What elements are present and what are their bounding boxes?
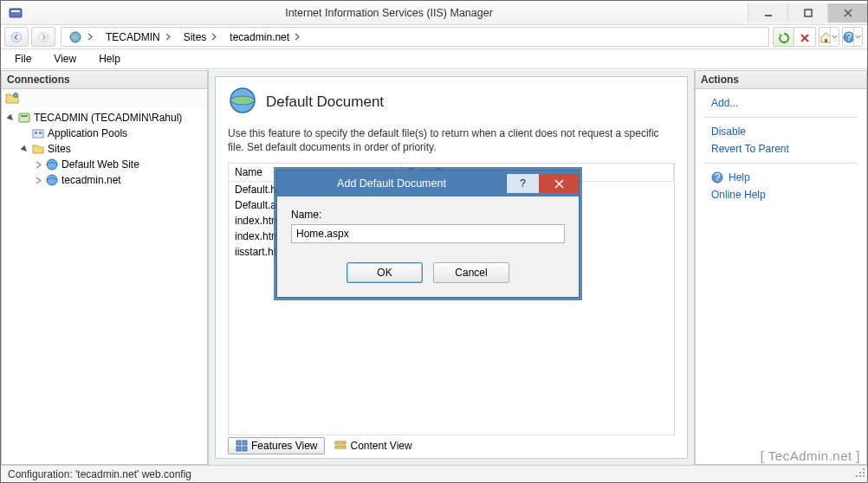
app-window: Internet Information Services (IIS) Mana…: [0, 0, 868, 483]
svg-point-20: [47, 159, 57, 170]
name-input[interactable]: [291, 224, 565, 243]
globe-icon: [45, 173, 59, 187]
maximize-button[interactable]: [787, 3, 827, 23]
actions-header: Actions: [695, 70, 867, 89]
chevron-right-icon: [211, 33, 217, 41]
svg-rect-0: [10, 9, 22, 17]
expander-open-icon[interactable]: [19, 145, 29, 153]
breadcrumb-site[interactable]: tecadmin.net: [223, 28, 306, 46]
window-title: Internet Information Services (IIS) Mana…: [30, 7, 748, 19]
home-button[interactable]: [819, 27, 839, 47]
svg-rect-15: [19, 113, 29, 122]
toolbar-right: ?: [773, 27, 867, 47]
chevron-right-icon: [165, 33, 172, 41]
expander-open-icon[interactable]: [5, 114, 16, 122]
connections-toolbar: [1, 89, 208, 108]
help-button[interactable]: ?: [842, 27, 863, 47]
svg-rect-19: [39, 132, 42, 134]
svg-point-14: [14, 93, 18, 97]
svg-rect-16: [21, 115, 28, 117]
svg-rect-28: [335, 441, 346, 444]
svg-rect-27: [243, 447, 247, 451]
action-disable[interactable]: Disable: [704, 123, 858, 140]
dialog-titlebar[interactable]: Add Default Document ?: [277, 171, 579, 196]
tab-content-label: Content View: [350, 440, 411, 452]
tree-app-pools-label: Application Pools: [48, 127, 127, 139]
app-icon: [1, 6, 30, 20]
tree-default-site[interactable]: Default Web Site: [2, 157, 207, 172]
statusbar: Configuration: 'tecadmin.net' web.config: [1, 465, 867, 482]
resize-grip-icon[interactable]: [855, 467, 865, 480]
action-add[interactable]: Add...: [704, 94, 858, 112]
tab-features-view[interactable]: Features View: [228, 437, 325, 454]
tree-sites-label: Sites: [48, 143, 71, 155]
tree-server[interactable]: TECADMIN (TECADMIN\Rahul): [2, 110, 207, 126]
action-online-help[interactable]: Online Help: [704, 186, 858, 203]
tree-tecadmin-site[interactable]: tecadmin.net: [2, 172, 207, 188]
server-icon: [17, 111, 31, 125]
menu-file[interactable]: File: [8, 51, 38, 67]
connections-tree[interactable]: TECADMIN (TECADMIN\Rahul) Application Po…: [1, 108, 208, 465]
svg-rect-26: [236, 447, 241, 451]
stop-button[interactable]: [794, 28, 815, 47]
breadcrumb-server[interactable]: TECADMIN: [99, 28, 177, 46]
svg-rect-1: [11, 10, 20, 12]
ok-button[interactable]: OK: [347, 262, 423, 283]
menu-help[interactable]: Help: [92, 51, 127, 67]
svg-point-38: [859, 472, 861, 473]
svg-rect-17: [33, 130, 43, 138]
svg-point-34: [863, 475, 865, 477]
feature-description: Use this feature to specify the default …: [228, 126, 675, 154]
add-default-document-dialog: Add Default Document ? Name: OK Cancel: [276, 170, 580, 298]
name-label: Name:: [291, 209, 565, 221]
chevron-down-icon[interactable]: [830, 28, 839, 46]
dialog-close-button[interactable]: [539, 174, 579, 193]
svg-point-6: [12, 32, 22, 42]
tree-tecadmin-site-label: tecadmin.net: [62, 174, 121, 186]
expander-closed-icon[interactable]: [33, 177, 43, 184]
close-button[interactable]: [827, 3, 867, 23]
svg-point-21: [47, 175, 57, 185]
view-tabs: Features View Content View: [228, 435, 675, 454]
status-config: Configuration: 'tecadmin.net' web.config: [8, 468, 191, 480]
tab-features-label: Features View: [251, 440, 317, 452]
svg-rect-3: [805, 10, 812, 16]
svg-rect-11: [825, 39, 827, 42]
globe-icon: [45, 158, 59, 171]
tree-default-site-label: Default Web Site: [62, 158, 139, 171]
refresh-button[interactable]: [774, 28, 794, 47]
chevron-down-icon[interactable]: [853, 28, 862, 46]
folder-icon[interactable]: [4, 91, 20, 107]
close-icon: [554, 179, 564, 189]
expander-closed-icon[interactable]: [33, 161, 43, 169]
tree-sites[interactable]: Sites: [2, 141, 207, 157]
action-help[interactable]: ? Help: [704, 169, 858, 186]
menu-view[interactable]: View: [47, 51, 83, 67]
separator: [704, 163, 858, 164]
actions-panel: Actions Add... Disable Revert To Parent …: [694, 70, 867, 465]
cancel-button[interactable]: Cancel: [433, 262, 509, 283]
breadcrumb-sites[interactable]: Sites: [177, 28, 223, 46]
svg-rect-24: [236, 441, 241, 445]
features-view-icon: [236, 440, 248, 452]
watermark: [ TecAdmin.net ]: [761, 448, 860, 463]
nav-back-button[interactable]: [4, 27, 29, 47]
svg-rect-25: [243, 441, 247, 445]
tree-app-pools[interactable]: Application Pools: [2, 126, 207, 141]
dialog-title: Add Default Document: [277, 177, 506, 190]
separator: [704, 117, 858, 118]
nav-forward-button[interactable]: [31, 27, 55, 47]
breadcrumb-field[interactable]: TECADMIN Sites tecadmin.net: [61, 27, 769, 47]
breadcrumb-root-icon[interactable]: [62, 28, 99, 46]
svg-point-36: [863, 472, 865, 473]
tab-content-view[interactable]: Content View: [327, 437, 419, 454]
app-pools-icon: [31, 126, 45, 140]
tree-server-label: TECADMIN (TECADMIN\Rahul): [34, 112, 182, 124]
svg-point-39: [863, 468, 865, 470]
minimize-button[interactable]: [748, 3, 787, 23]
breadcrumb-sites-label: Sites: [184, 31, 207, 43]
dialog-help-button[interactable]: ?: [506, 174, 539, 193]
action-revert[interactable]: Revert To Parent: [704, 140, 858, 158]
chevron-right-icon: [295, 33, 301, 41]
content-view-icon: [334, 440, 347, 452]
